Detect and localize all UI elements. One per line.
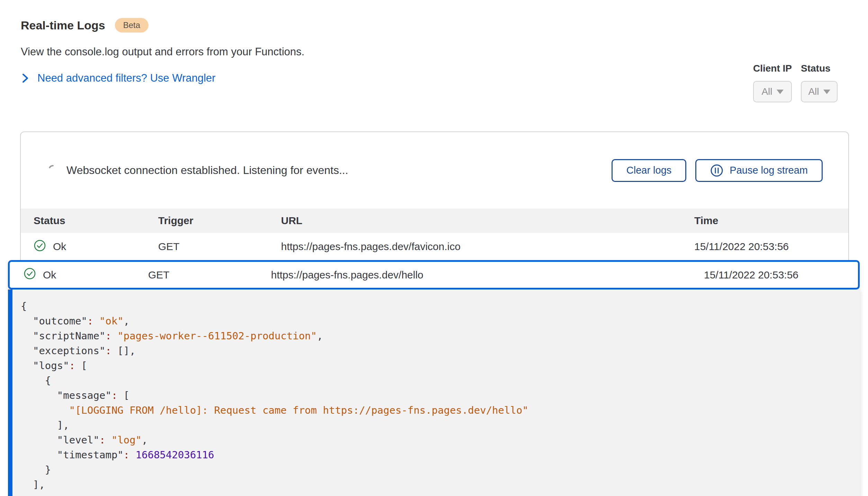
- page-description: View the console.log output and errors f…: [21, 46, 305, 58]
- page-title: Real-time Logs: [21, 19, 105, 32]
- beta-badge: Beta: [115, 18, 148, 33]
- row-url: https://pages-fns.pages.dev/favicon.ico: [281, 241, 694, 252]
- column-header-trigger: Trigger: [158, 215, 281, 227]
- log-json-code: { "outcome": "ok", "scriptName": "pages-…: [21, 299, 849, 492]
- pause-icon: [710, 164, 723, 177]
- column-header-status: Status: [34, 215, 158, 227]
- clear-logs-button[interactable]: Clear logs: [612, 159, 687, 182]
- table-row[interactable]: Ok GET https://pages-fns.pages.dev/favic…: [21, 233, 848, 260]
- row-trigger: GET: [158, 241, 281, 252]
- row-trigger: GET: [148, 269, 271, 281]
- spinner-icon: [48, 164, 57, 177]
- connection-status: Websocket connection established. Listen…: [48, 164, 348, 177]
- row-time: 15/11/2022 20:53:56: [694, 241, 848, 252]
- chevron-down-icon: [777, 90, 784, 94]
- log-table-header: Status Trigger URL Time: [21, 209, 848, 233]
- page-header: Real-time Logs Beta View the console.log…: [21, 18, 305, 84]
- filters: Client IP All Status All: [753, 63, 838, 102]
- client-ip-dropdown-value: All: [761, 86, 772, 97]
- connection-status-text: Websocket connection established. Listen…: [66, 164, 348, 177]
- status-ok-icon: [24, 267, 36, 282]
- column-header-url: URL: [281, 215, 694, 227]
- chevron-right-icon: [21, 72, 30, 84]
- status-ok-icon: [34, 239, 46, 254]
- wrangler-link-row[interactable]: Need advanced filters? Use Wrangler: [21, 72, 305, 84]
- status-filter-label: Status: [801, 63, 838, 74]
- row-time: 15/11/2022 20:53:56: [704, 269, 858, 281]
- row-url: https://pages-fns.pages.dev/hello: [271, 269, 704, 281]
- column-header-time: Time: [694, 215, 848, 227]
- status-dropdown[interactable]: All: [801, 81, 838, 102]
- client-ip-dropdown[interactable]: All: [753, 81, 792, 102]
- chevron-down-icon: [823, 90, 830, 94]
- table-row-selected[interactable]: Ok GET https://pages-fns.pages.dev/hello…: [8, 260, 860, 290]
- expanded-log-entry: Ok GET https://pages-fns.pages.dev/hello…: [8, 260, 860, 496]
- row-status: Ok: [43, 269, 56, 281]
- pause-log-stream-label: Pause log stream: [730, 165, 808, 176]
- wrangler-link[interactable]: Need advanced filters? Use Wrangler: [37, 72, 216, 84]
- log-panel-toolbar: Websocket connection established. Listen…: [21, 132, 848, 209]
- row-status: Ok: [53, 241, 66, 252]
- client-ip-filter-label: Client IP: [753, 63, 792, 74]
- status-dropdown-value: All: [808, 86, 819, 97]
- pause-log-stream-button[interactable]: Pause log stream: [695, 159, 823, 182]
- clear-logs-label: Clear logs: [626, 165, 672, 176]
- log-detail-panel: { "outcome": "ok", "scriptName": "pages-…: [8, 290, 860, 496]
